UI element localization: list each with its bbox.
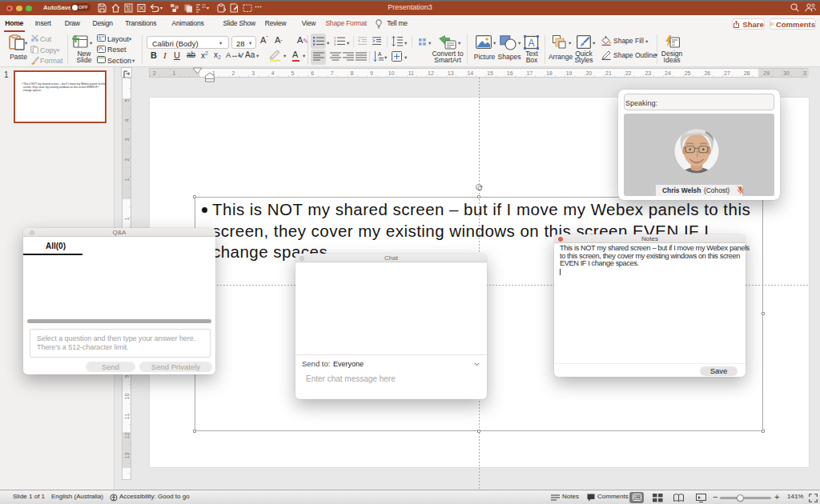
svg-text:A: A <box>529 38 535 49</box>
svg-text:Chris Welsh: Chris Welsh <box>662 186 701 194</box>
svg-text:3: 3 <box>334 42 336 46</box>
svg-text:(Cohost): (Cohost) <box>704 186 730 194</box>
svg-text:A: A <box>378 51 382 57</box>
